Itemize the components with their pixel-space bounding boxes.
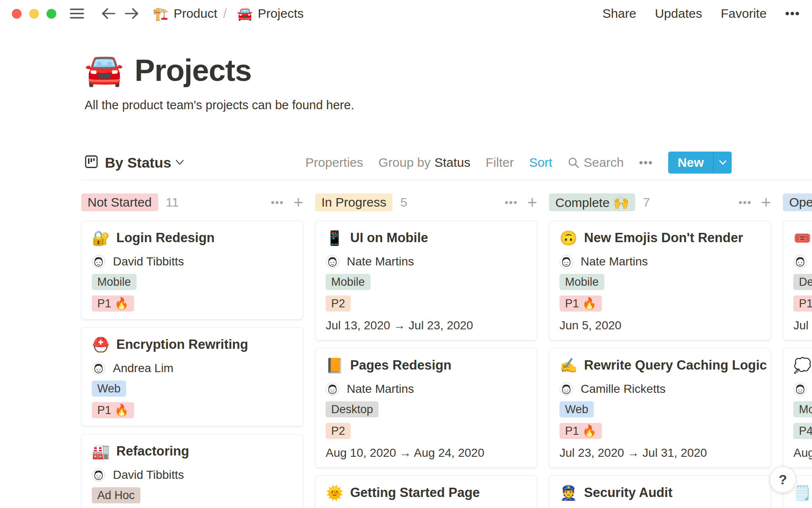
share-button[interactable]: Share xyxy=(602,6,636,21)
card-tag-row: P2 xyxy=(326,295,527,312)
view-more-options-icon[interactable]: ••• xyxy=(639,156,653,169)
updates-button[interactable]: Updates xyxy=(655,6,702,21)
project-card[interactable]: 📱UI on MobileNate MartinsMobileP2Jul 13,… xyxy=(315,221,537,340)
column-status-pill[interactable]: In Progress xyxy=(315,193,392,211)
breadcrumb-item-product[interactable]: Product xyxy=(173,6,217,21)
card-title: Encryption Rewriting xyxy=(116,337,248,352)
new-button[interactable]: New xyxy=(668,152,732,174)
card-title: Getting Started Page xyxy=(350,485,480,500)
forward-arrow-icon[interactable] xyxy=(125,8,139,19)
project-card[interactable]: 🌞Getting Started PageDavid Tibbitts xyxy=(315,475,537,508)
avatar xyxy=(793,382,807,396)
properties-button[interactable]: Properties xyxy=(305,155,363,170)
view-switcher[interactable]: By Status xyxy=(85,155,184,171)
menu-icon[interactable] xyxy=(70,8,84,19)
card-person: Nate Martins xyxy=(560,255,760,268)
new-button-label[interactable]: New xyxy=(668,152,713,174)
card-tag-row: P1 🔥 xyxy=(92,295,293,312)
card-title-row: 📙Pages Redesign xyxy=(326,357,527,374)
filter-button[interactable]: Filter xyxy=(486,155,514,170)
back-arrow-icon[interactable] xyxy=(101,8,115,19)
group-by-button[interactable]: Group by Status xyxy=(379,155,470,170)
card-tag-row: P1 🔥 xyxy=(793,295,812,312)
card-date: Jul 13, 2020 → Jul 23, 2020 xyxy=(326,319,527,332)
avatar xyxy=(326,382,339,396)
project-card[interactable]: 🏭RefactoringDavid TibbittsAd HocP1 🔥 xyxy=(81,434,303,508)
chevron-down-icon xyxy=(719,160,727,165)
column-status-pill[interactable]: Complete 🙌 xyxy=(549,193,635,211)
card-tag: Web xyxy=(560,401,594,417)
page-header: 🚘 Projects All the product team's projec… xyxy=(85,54,354,112)
card-emoji-icon: 🏭 xyxy=(92,443,110,460)
project-card[interactable]: 🔐Login RedesignDavid TibbittsMobileP1 🔥 xyxy=(81,221,303,320)
column-add-card-icon[interactable]: + xyxy=(761,194,771,211)
card-date: Aug 3, 2020 xyxy=(793,446,812,460)
board-divider xyxy=(81,180,812,180)
page-description[interactable]: All the product team's projects can be f… xyxy=(85,98,354,112)
traffic-lights xyxy=(12,9,56,19)
card-title-row: 🗒️Notes xyxy=(793,484,812,501)
project-card[interactable]: ✍️Rewrite Query Caching LogicCamille Ric… xyxy=(549,348,771,468)
card-tag-row: P4 xyxy=(793,423,812,439)
card-tag: Mobile xyxy=(793,401,812,417)
column-status-pill[interactable]: Not Started xyxy=(81,193,158,211)
project-card[interactable]: 🎟️Public APINate MartinsDesktopP1 🔥Jul 2… xyxy=(783,221,812,340)
card-title: Security Audit xyxy=(584,485,672,500)
zoom-window-icon[interactable] xyxy=(47,9,56,19)
column-more-options-icon[interactable]: ••• xyxy=(505,196,518,208)
column-more-options-icon[interactable]: ••• xyxy=(271,196,284,208)
card-tag: P1 🔥 xyxy=(92,295,134,312)
person-name: Andrea Lim xyxy=(113,362,173,375)
breadcrumb: 🏗️ Product / 🚘 Projects xyxy=(148,6,304,21)
page-emoji-icon[interactable]: 🚘 xyxy=(85,54,123,86)
card-tag: Mobile xyxy=(560,274,604,290)
project-card[interactable]: 👮Security AuditCamille Ricketts xyxy=(549,475,771,508)
person-name: David Tibbitts xyxy=(113,255,184,268)
column-more-options-icon[interactable]: ••• xyxy=(738,196,752,208)
card-date: Jun 5, 2020 xyxy=(560,319,760,332)
project-card[interactable]: 📙Pages RedesignNate MartinsDesktopP2Aug … xyxy=(315,348,537,468)
card-tag-row: Desktop xyxy=(326,401,527,417)
column-cards: 📱UI on MobileNate MartinsMobileP2Jul 13,… xyxy=(315,221,537,508)
card-tag-row: P1 🔥 xyxy=(560,423,760,439)
breadcrumb-item-projects[interactable]: Projects xyxy=(258,6,304,21)
card-tag-row: Web xyxy=(92,381,293,397)
favorite-button[interactable]: Favorite xyxy=(721,6,766,21)
card-emoji-icon: 📱 xyxy=(326,229,344,246)
project-card[interactable]: ⛑️Encryption RewritingAndrea LimWebP1 🔥 xyxy=(81,327,303,426)
column-header: Open•••+ xyxy=(783,193,812,212)
search-button[interactable]: Search xyxy=(568,155,624,170)
avatar xyxy=(92,362,105,375)
card-title-row: 🌞Getting Started Page xyxy=(326,484,527,501)
card-tag: Ad Hoc xyxy=(92,487,140,503)
column-status-pill[interactable]: Open xyxy=(783,193,812,211)
card-emoji-icon: 👮 xyxy=(560,484,578,501)
page-title[interactable]: Projects xyxy=(134,55,251,86)
card-tag: P1 🔥 xyxy=(560,295,602,312)
help-button[interactable]: ? xyxy=(770,467,796,493)
card-person: Nate Martins xyxy=(793,255,812,268)
card-title-row: 💭Comments xyxy=(793,357,812,374)
minimize-window-icon[interactable] xyxy=(29,9,39,19)
project-card[interactable]: 🙃New Emojis Don't RenderNate MartinsMobi… xyxy=(549,221,771,340)
more-options-icon[interactable]: ••• xyxy=(785,7,800,20)
card-emoji-icon: ✍️ xyxy=(560,357,578,374)
new-button-caret[interactable] xyxy=(713,152,732,174)
person-name: Nate Martins xyxy=(347,382,414,396)
card-tag-row: P1 🔥 xyxy=(560,295,760,312)
card-title-row: ⛑️Encryption Rewriting xyxy=(92,336,293,353)
avatar xyxy=(793,255,807,268)
view-toolbar: By Status Properties Group by Status Fil… xyxy=(85,151,732,174)
card-tag: P1 🔥 xyxy=(92,402,134,418)
close-window-icon[interactable] xyxy=(12,9,22,19)
board-column: In Progress5•••+📱UI on MobileNate Martin… xyxy=(315,193,537,508)
project-card[interactable]: 💭CommentsStephanieMobileP4Aug 3, 2020 xyxy=(783,348,812,468)
column-add-card-icon[interactable]: + xyxy=(294,194,303,211)
column-add-card-icon[interactable]: + xyxy=(527,194,537,211)
card-person: Camille Ricketts xyxy=(560,382,760,396)
board-column: Not Started11•••+🔐Login RedesignDavid Ti… xyxy=(81,193,303,508)
breadcrumb-separator: / xyxy=(223,6,227,21)
card-emoji-icon: ⛑️ xyxy=(92,336,110,353)
view-name: By Status xyxy=(105,155,171,171)
sort-button[interactable]: Sort xyxy=(529,155,552,170)
